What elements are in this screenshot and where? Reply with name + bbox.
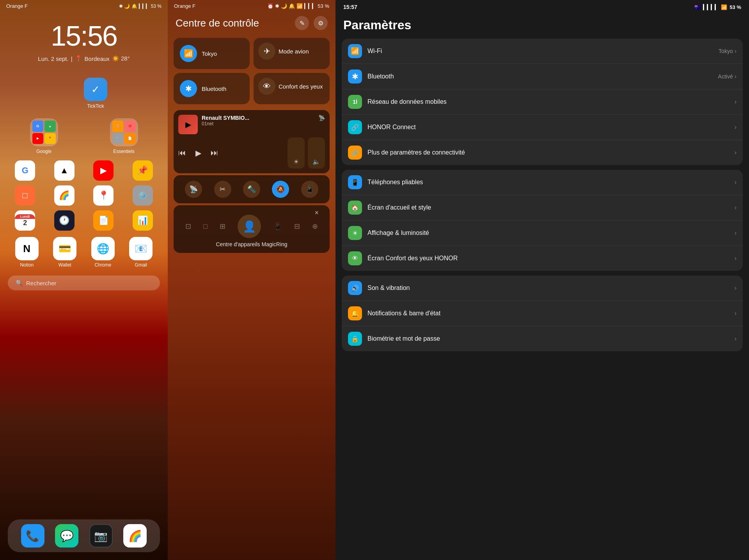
settings-wifi-item[interactable]: 📶 Wi-Fi Tokyo › [342,39,743,64]
volume-icon: 🔈 [312,158,320,165]
media-controls: ⏮ ▶ ⏭ [178,148,218,158]
home-signal: ▎▎▎ [139,4,149,9]
settings-wifi-icon: 📶 [721,4,727,10]
settings-notif-item[interactable]: 🔔 Notifications & barre d'état › [342,301,743,326]
home-style-label: Écran d'accueil et style [367,204,431,211]
prev-button[interactable]: ⏮ [178,148,186,158]
clock-icon: 🕐 [54,210,75,231]
settings-section-connectivity: 📶 Wi-Fi Tokyo › ✱ Bluetooth [342,39,743,165]
cc-bluetooth-tile[interactable]: ✱ Bluetooth [174,73,250,104]
magicring-close[interactable]: × [314,209,319,217]
cc-settings-button[interactable]: ⚙ [314,16,328,30]
mute-tile[interactable]: 🔕 [272,181,289,198]
settings-honor-item[interactable]: 🔗 HONOR Connect › [342,115,743,140]
media-source: 01net [202,121,318,126]
settings-foldable-item[interactable]: 📱 Téléphones pliables › [342,170,743,195]
youtube-icon: ▶ [93,160,114,181]
app-chrome[interactable]: 🌐 Chrome [91,237,115,268]
home-dock: 📞 💬 📷 🌈 [8,519,160,552]
app-calendar[interactable]: Lundi 2 [8,210,43,231]
media-thumbnail: ▶ [178,115,198,134]
app-notion[interactable]: N Notion [15,237,39,268]
honor-item-icon: 🔗 [348,120,362,134]
display-chevron: › [735,229,737,236]
magicring-icon-1: ⊡ [185,222,191,231]
flip-icon: 📱 [305,185,314,194]
cc-magicring: × ⊡ □ ⊞ 👤 📱 ⊟ ⊕ Centre d'appareils Magic… [174,205,330,253]
eye-tile-content: 👁 Confort des yeux [258,78,325,95]
dock-photos[interactable]: 🌈 [123,524,147,548]
app-google[interactable]: G [8,160,43,181]
cc-battery: 53 % [318,3,329,9]
app-pages[interactable]: 📄 [86,210,121,231]
app-wallet[interactable]: 💳 Wallet [53,237,76,268]
cc-wifi-tile[interactable]: 📶 Tokyo [174,38,250,69]
display-icon-symbol: ☀ [352,229,358,237]
cc-bell-icon: 🔔 [289,3,295,9]
settings-battery: 53 % [729,4,741,10]
settings-sound-item[interactable]: 🔊 Son & vibration › [342,276,743,301]
app-square[interactable]: □ [8,185,43,206]
magicring-center[interactable]: 👤 [238,215,261,238]
media-cast-icon[interactable]: 📡 [318,115,325,121]
square-icon: □ [15,185,35,206]
airplane-tile-label: Mode avion [279,48,309,55]
cc-edit-button[interactable]: ✎ [295,16,309,30]
search-placeholder: Rechercher [26,280,57,286]
settings-eye-item[interactable]: 👁 Écran Confort des yeux HONOR › [342,246,743,271]
scissors-tile[interactable]: ✂ [214,181,231,198]
app-gmail[interactable]: 📧 Gmail [129,237,153,268]
home-location-icon: 📍 [75,55,82,62]
notif-icon: 🔔 [348,306,362,320]
cc-eye-tile[interactable]: 👁 Confort des yeux [254,73,330,104]
data-icon-symbol: 1l [353,99,357,105]
google-folder[interactable]: G ▲ ▶ 📍 Google [30,118,58,154]
play-pause-button[interactable]: ▶ [195,148,201,158]
settings-more-connectivity-item[interactable]: 🔗 Plus de paramètres de connectivité › [342,140,743,165]
app-youtube[interactable]: ▶ [86,160,121,181]
wifi-item-value: Tokyo [719,48,733,54]
sound-icon-symbol: 🔊 [351,284,359,292]
wallet-icon: 💳 [53,237,76,260]
app-keep[interactable]: 📌 [126,160,160,181]
settings-biometric-item[interactable]: 🔒 Biométrie et mot de passe › [342,326,743,351]
dock-phone[interactable]: 📞 [21,524,44,548]
notif-right: › [735,310,737,317]
data-item-label: Réseau de données mobiles [367,98,447,105]
display-text: Affichage & luminosité [367,229,729,236]
flip-tile[interactable]: 📱 [301,181,318,198]
dock-camera[interactable]: 📷 [89,524,113,548]
ticktick-app[interactable]: ✓ TickTick [23,78,168,109]
brightness-slider[interactable]: ☀ [288,137,305,169]
flashlight-tile[interactable]: 🔦 [243,181,260,198]
flashlight-icon: 🔦 [247,185,256,194]
app-settings[interactable]: ⚙️ [126,185,160,206]
app-clock[interactable]: 🕐 [47,210,82,231]
home-status-icons: ✱ 🌙 🔔 [119,4,137,9]
home-search-bar[interactable]: 🔍 Rechercher [8,276,160,290]
volume-slider[interactable]: 🔈 [308,137,325,169]
settings-display-item[interactable]: ☀ Affichage & luminosité › [342,220,743,246]
next-button[interactable]: ⏭ [211,148,218,158]
settings-bluetooth-item[interactable]: ✱ Bluetooth Activé › [342,64,743,89]
settings-title: Paramètres [335,14,749,39]
app-slides[interactable]: 📊 [126,210,160,231]
cc-airplane-tile[interactable]: ✈ Mode avion [254,38,330,69]
bluetooth-item-icon: ✱ [348,69,362,84]
dock-messages[interactable]: 💬 [55,524,78,548]
app-gphotos[interactable]: 🌈 [47,185,82,206]
cc-header-icons: ✎ ⚙ [295,16,328,30]
foldable-icon-symbol: 📱 [351,179,359,186]
settings-data-item[interactable]: 1l Réseau de données mobiles › [342,89,743,115]
wifi-tile-icon: 📶 [180,45,197,62]
honor-item-right: › [735,124,737,131]
app-drive[interactable]: ▲ [47,160,82,181]
settings-home-style-item[interactable]: 🏠 Écran d'accueil et style › [342,195,743,220]
essentiels-folder[interactable]: 🎨 ❤️ ⚙️ 📄 Essentiels [110,118,138,154]
bluetooth-icon-symbol: ✱ [352,72,359,81]
drive-icon: ▲ [54,160,75,181]
foldable-right: › [735,179,737,186]
gmail-icon: 📧 [129,237,153,260]
hotspot-tile[interactable]: 📡 [185,181,202,198]
app-maps[interactable]: 📍 [86,185,121,206]
